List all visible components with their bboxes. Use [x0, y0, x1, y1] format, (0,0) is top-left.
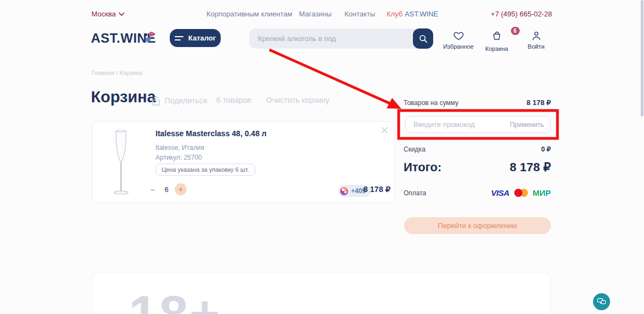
mastercard-logo — [514, 189, 528, 197]
increase-quantity-button[interactable]: + — [175, 183, 187, 195]
catalog-button[interactable]: Каталог — [170, 29, 221, 47]
logo-grapes-icon — [145, 32, 157, 44]
quantity-value: 6 — [160, 185, 173, 194]
annotation-arrow-head — [387, 98, 401, 109]
breadcrumb-home[interactable]: Главная — [91, 69, 114, 76]
product-title[interactable]: Italesse Masterclass 48, 0.48 л — [156, 129, 267, 138]
total-value: 8 178 ₽ — [510, 160, 551, 175]
items-count: 6 товаров — [216, 96, 251, 104]
payment-label: Оплата — [404, 189, 426, 197]
city-selector[interactable]: Москва — [91, 10, 125, 18]
checkout-button[interactable]: Перейти к оформлению — [404, 217, 551, 234]
visa-logo: VISA — [491, 188, 509, 197]
subtotal-value: 8 178 ₽ — [527, 98, 551, 107]
total-label: Итого: — [404, 160, 441, 175]
nav-corporate-clients[interactable]: Корпоративным клиентам — [206, 10, 292, 18]
product-price: 8 178 ₽ — [363, 185, 390, 194]
catalog-button-label: Каталог — [188, 34, 216, 42]
age-restriction-card: 18+ — [92, 272, 551, 314]
product-image-wine-glass[interactable] — [107, 129, 135, 196]
chat-icon — [597, 298, 606, 306]
subtotal-label: Товаров на сумму — [404, 99, 458, 107]
product-sku: Артикул: 25700 — [156, 154, 202, 161]
product-brand-country: Italesse, Италия — [156, 144, 204, 152]
promo-code-input[interactable] — [413, 117, 501, 132]
remove-item-icon[interactable] — [381, 126, 388, 134]
discount-value: 0 ₽ — [541, 146, 551, 153]
share-icon — [152, 96, 160, 106]
mir-logo: МИР — [533, 188, 551, 197]
page-title: Корзина — [91, 88, 156, 106]
bonus-coin-icon — [340, 187, 348, 195]
quantity-stepper: − 6 + — [147, 183, 187, 195]
chat-widget-button[interactable] — [593, 293, 610, 310]
decrease-quantity-button[interactable]: − — [147, 185, 158, 194]
cart-page: Москва Корпоративным клиентам Магазины К… — [0, 0, 644, 314]
promo-code-field: Применить — [405, 116, 551, 133]
scrollbar[interactable] — [641, 0, 643, 117]
club-prefix: Клуб — [387, 10, 405, 18]
promo-apply-button[interactable]: Применить — [510, 117, 544, 132]
order-summary: Товаров на сумму 8 178 ₽ Применить Скидк… — [404, 0, 551, 314]
age-restriction-text: 18+ — [129, 284, 221, 314]
chevron-down-icon — [118, 12, 125, 16]
breadcrumb-current: Корзина — [119, 69, 142, 76]
clear-cart-button[interactable]: Очистить корзину — [266, 96, 330, 104]
search-input[interactable] — [258, 28, 406, 49]
share-button[interactable]: Поделиться — [152, 96, 207, 106]
discount-label: Скидка — [404, 146, 426, 153]
breadcrumb: Главная / Корзина — [91, 69, 142, 76]
menu-icon — [175, 35, 183, 42]
share-label: Поделиться — [165, 96, 207, 105]
nav-contacts[interactable]: Контакты — [344, 10, 375, 18]
nav-stores[interactable]: Магазины — [299, 10, 332, 18]
cart-item-card: Italesse Masterclass 48, 0.48 л Italesse… — [92, 121, 394, 202]
pack-note-badge: Цена указана за упаковку 6 шт. — [156, 164, 255, 176]
city-label: Москва — [91, 10, 116, 18]
breadcrumb-separator: / — [114, 69, 119, 76]
